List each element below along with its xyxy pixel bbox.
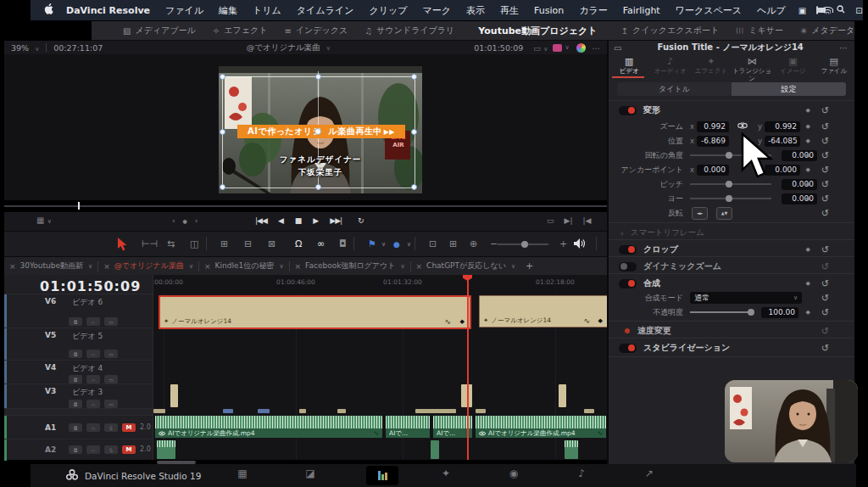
zoom-out-icon[interactable]: −: [490, 238, 498, 249]
match-frame-button[interactable]: ▭: [547, 216, 554, 225]
viewer-zoom-select[interactable]: 39% ∨: [11, 43, 39, 53]
insert-clip-button[interactable]: ⊞: [220, 238, 228, 249]
close-tab-icon[interactable]: ×: [295, 262, 302, 271]
curve-icon[interactable]: ∿: [583, 316, 590, 325]
page-edit-button[interactable]: [378, 471, 387, 480]
zoom-y-field[interactable]: 0.992: [765, 121, 800, 132]
composite-section-header[interactable]: 合成 ◆ ↺: [609, 277, 854, 290]
zoom-keyframe-icon[interactable]: ◆: [806, 123, 810, 130]
flip-horizontal-button[interactable]: ◄►: [692, 207, 708, 220]
track-enable-icon[interactable]: ▭: [104, 317, 118, 326]
page-fairlight-button[interactable]: ♪: [573, 467, 590, 479]
track-header-v5[interactable]: V5 ビデオ 5 ◘ ‹› ▭: [4, 327, 153, 361]
menu-workspace[interactable]: ワークスペース: [676, 4, 742, 17]
audio-clip[interactable]: AIでオリジナル楽曲作成.mp4∿: [155, 416, 382, 438]
pitch-slider[interactable]: [690, 183, 771, 185]
mini-clip[interactable]: [337, 409, 346, 413]
sound-library-button[interactable]: ♫ サウンドライブラリ: [364, 25, 454, 36]
video-preview[interactable]: LIVE AIR AIで作ったオリジル楽曲再生中▶▶ ファネルデザイナー 下坂栄…: [219, 66, 422, 193]
transform-toggle[interactable]: [619, 106, 637, 115]
zoom-x-field[interactable]: 0.992: [697, 121, 729, 132]
clip-jog-control[interactable]: ‹ ● ›: [172, 216, 198, 225]
handle-mid-right[interactable]: [411, 129, 417, 135]
audio-monitor-button[interactable]: [574, 238, 586, 251]
audio-clip[interactable]: [565, 440, 578, 459]
composite-mode-reset-icon[interactable]: ↺: [821, 294, 829, 303]
flip-vertical-button[interactable]: ▲▼: [716, 207, 732, 220]
curve-icon[interactable]: ∿: [444, 317, 451, 326]
keyframe-diamond-icon[interactable]: ◆: [598, 317, 603, 324]
mini-clip[interactable]: [584, 409, 594, 413]
menu-file[interactable]: ファイル: [165, 4, 203, 17]
tab-chevron-icon[interactable]: ∨: [189, 263, 193, 270]
mini-clip[interactable]: [223, 409, 233, 413]
rotation-field[interactable]: 0.000: [782, 150, 817, 161]
razor-tool[interactable]: ◫: [190, 238, 198, 249]
page-fusion-button[interactable]: ✦: [437, 467, 454, 479]
close-tab-icon[interactable]: ×: [9, 262, 16, 271]
solo-button[interactable]: S: [104, 423, 118, 432]
tab-chevron-icon[interactable]: ∨: [511, 263, 515, 270]
keyframe-diamond-icon[interactable]: ◆: [460, 318, 465, 325]
stabilization-section-header[interactable]: スタビライゼーション ↺: [609, 341, 854, 355]
track-lock-icon[interactable]: ◘: [69, 317, 82, 326]
solo-button[interactable]: S: [104, 445, 118, 454]
quick-export-button[interactable]: ↥ クイックエクスポート: [621, 25, 720, 36]
metadata-button[interactable]: ✳ メタデータ: [800, 25, 854, 36]
stabilization-toggle[interactable]: [619, 344, 637, 353]
composite-reset-icon[interactable]: ↺: [821, 279, 829, 288]
track-enable-icon[interactable]: ▭: [104, 375, 118, 383]
page-color-button[interactable]: ◉: [505, 467, 522, 479]
play-reverse-button[interactable]: ◀: [278, 216, 284, 225]
tab-video[interactable]: ▥ビデオ: [609, 56, 649, 78]
track-lock-icon[interactable]: ◘: [69, 350, 82, 358]
handle-bottom-center[interactable]: [315, 184, 321, 190]
add-timeline-tab-button[interactable]: +: [526, 260, 533, 271]
tab-chevron-icon[interactable]: ∨: [400, 263, 404, 270]
play-button[interactable]: ▶: [313, 216, 319, 225]
close-tab-icon[interactable]: ×: [103, 262, 110, 271]
opacity-keyframe-icon[interactable]: ◆: [806, 309, 810, 316]
mini-clip[interactable]: [153, 409, 165, 413]
position-x-field[interactable]: -6.869: [697, 136, 729, 147]
color-wheel-icon[interactable]: [576, 43, 586, 53]
viewer-scrubber-playhead[interactable]: [78, 202, 80, 210]
opacity-field[interactable]: 100.00: [761, 307, 798, 318]
speed-change-reset-icon[interactable]: ↺: [821, 327, 829, 336]
mini-clip[interactable]: [415, 409, 456, 413]
yaw-slider[interactable]: [690, 198, 771, 199]
timeline-clips-area[interactable]: 01:00:00:00 01:00:46:00 01:01:32:00 01:0…: [153, 275, 607, 460]
timeline-tab-3[interactable]: × Kindle1位の秘密 ∨: [204, 260, 283, 271]
yaw-keyframe-icon[interactable]: ◆: [806, 195, 810, 202]
pitch-field[interactable]: 0.000: [782, 179, 817, 190]
last-frame-button[interactable]: ▶▶|: [330, 216, 342, 225]
stop-button[interactable]: ■: [295, 216, 303, 225]
marker-button[interactable]: ●: [393, 240, 400, 249]
short-title-clip[interactable]: [559, 384, 566, 407]
page-media-button[interactable]: ▦: [234, 467, 251, 479]
dynamic-trim-tool[interactable]: ⇆: [167, 238, 175, 249]
timeline-name-dropdown[interactable]: @でオリジナル楽曲 ∨: [247, 42, 331, 53]
menu-trim[interactable]: トリム: [253, 4, 281, 17]
track-lock-icon[interactable]: ◘: [69, 400, 82, 408]
auto-select-icon[interactable]: ‹›: [86, 350, 100, 358]
handle-bottom-left[interactable]: [220, 184, 225, 190]
timeline-zoom-slider[interactable]: [498, 244, 548, 245]
menu-color[interactable]: カラー: [579, 4, 608, 17]
transform-section-header[interactable]: 変形 ◆ ↺: [609, 104, 854, 117]
track-header-a2[interactable]: A2 ◘ ‹› S M 2.0: [4, 439, 153, 461]
zoom-custom-button[interactable]: ⊕: [470, 238, 477, 249]
flip-reset-icon[interactable]: ↺: [821, 209, 829, 218]
auto-select-icon[interactable]: ‹›: [86, 375, 100, 383]
index-button[interactable]: ≡ インデックス: [284, 25, 348, 36]
opacity-slider[interactable]: [690, 311, 753, 313]
zoom-fit-button[interactable]: ⊡: [429, 238, 437, 249]
mixer-button[interactable]: ||| ミキサー: [736, 25, 783, 36]
tab-chevron-icon[interactable]: ∨: [88, 263, 92, 270]
tab-chevron-icon[interactable]: ∨: [279, 263, 283, 270]
viewer-scrubber[interactable]: [4, 205, 607, 207]
track-lock-icon[interactable]: ◘: [69, 375, 82, 383]
crop-reset-icon[interactable]: ↺: [821, 245, 829, 255]
tab-audio[interactable]: ♪オーディオ: [649, 56, 690, 78]
audio-clip[interactable]: [431, 440, 439, 459]
